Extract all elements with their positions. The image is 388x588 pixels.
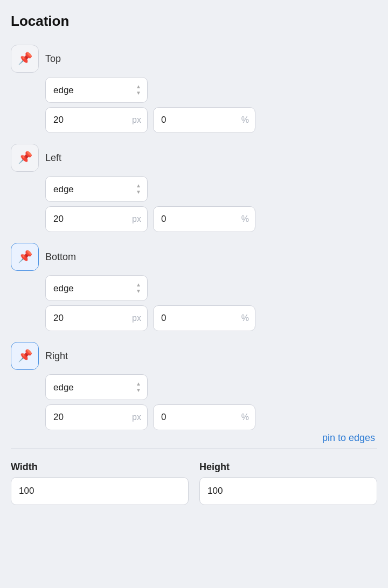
row-label-top: Top	[45, 53, 61, 65]
row-header-top: 📌Top	[11, 45, 377, 73]
size-section: Width Height	[11, 461, 377, 505]
location-row-right: 📌Rightedgecenterauto▲▼px%	[11, 342, 377, 430]
pct-wrapper-top: %	[153, 107, 255, 133]
width-field: Width	[11, 461, 189, 505]
px-wrapper-bottom: px	[45, 305, 148, 331]
select-wrapper-right: edgecenterauto▲▼	[45, 374, 148, 400]
pct-input-bottom[interactable]	[153, 305, 255, 331]
select-right[interactable]: edgecenterauto	[45, 374, 148, 400]
pin-button-top[interactable]: 📌	[11, 45, 39, 73]
location-row-left: 📌Leftedgecenterauto▲▼px%	[11, 144, 377, 232]
value-inputs-right: px%	[45, 404, 377, 430]
row-label-left: Left	[45, 152, 61, 164]
width-input[interactable]	[11, 477, 189, 505]
pct-input-right[interactable]	[153, 404, 255, 430]
pin-to-edges-container: pin to edges	[11, 432, 377, 444]
pin-button-bottom[interactable]: 📌	[11, 243, 39, 271]
pct-wrapper-bottom: %	[153, 305, 255, 331]
px-wrapper-left: px	[45, 206, 148, 232]
row-controls-right: edgecenterauto▲▼	[45, 374, 377, 400]
select-wrapper-bottom: edgecenterauto▲▼	[45, 275, 148, 301]
row-controls-top: edgecenterauto▲▼	[45, 77, 377, 103]
pct-input-top[interactable]	[153, 107, 255, 133]
pin-to-edges-button[interactable]: pin to edges	[322, 432, 375, 443]
divider	[11, 448, 377, 449]
px-wrapper-right: px	[45, 404, 148, 430]
value-inputs-bottom: px%	[45, 305, 377, 331]
pin-button-left[interactable]: 📌	[11, 144, 39, 172]
page-title: Location	[11, 13, 377, 30]
pct-wrapper-left: %	[153, 206, 255, 232]
value-inputs-left: px%	[45, 206, 377, 232]
row-header-left: 📌Left	[11, 144, 377, 172]
location-row-bottom: 📌Bottomedgecenterauto▲▼px%	[11, 243, 377, 331]
px-input-bottom[interactable]	[45, 305, 148, 331]
px-input-top[interactable]	[45, 107, 148, 133]
select-bottom[interactable]: edgecenterauto	[45, 275, 148, 301]
pin-icon-bottom: 📌	[18, 250, 32, 264]
size-row: Width Height	[11, 461, 377, 505]
pin-icon-left: 📌	[18, 151, 32, 165]
pin-icon-top: 📌	[18, 52, 32, 66]
row-controls-bottom: edgecenterauto▲▼	[45, 275, 377, 301]
location-section: 📌Topedgecenterauto▲▼px%📌Leftedgecenterau…	[11, 45, 377, 430]
row-label-right: Right	[45, 351, 68, 362]
row-label-bottom: Bottom	[45, 251, 76, 263]
select-wrapper-left: edgecenterauto▲▼	[45, 176, 148, 202]
row-header-right: 📌Right	[11, 342, 377, 370]
height-input[interactable]	[199, 477, 377, 505]
height-label: Height	[199, 461, 377, 473]
pct-input-left[interactable]	[153, 206, 255, 232]
px-input-right[interactable]	[45, 404, 148, 430]
width-label: Width	[11, 461, 189, 473]
row-controls-left: edgecenterauto▲▼	[45, 176, 377, 202]
row-header-bottom: 📌Bottom	[11, 243, 377, 271]
value-inputs-top: px%	[45, 107, 377, 133]
select-wrapper-top: edgecenterauto▲▼	[45, 77, 148, 103]
px-input-left[interactable]	[45, 206, 148, 232]
select-left[interactable]: edgecenterauto	[45, 176, 148, 202]
location-row-top: 📌Topedgecenterauto▲▼px%	[11, 45, 377, 133]
select-top[interactable]: edgecenterauto	[45, 77, 148, 103]
pct-wrapper-right: %	[153, 404, 255, 430]
px-wrapper-top: px	[45, 107, 148, 133]
pin-button-right[interactable]: 📌	[11, 342, 39, 370]
height-field: Height	[199, 461, 377, 505]
pin-icon-right: 📌	[18, 349, 32, 363]
